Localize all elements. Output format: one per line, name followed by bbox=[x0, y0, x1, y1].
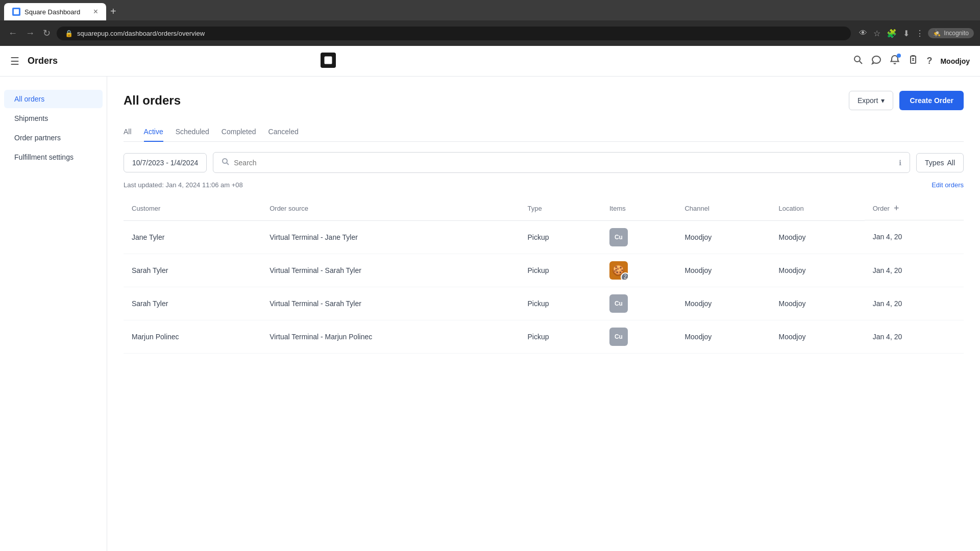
sidebar-item-order-partners[interactable]: Order partners bbox=[4, 129, 103, 147]
svg-rect-0 bbox=[14, 9, 19, 14]
notification-icon[interactable] bbox=[890, 55, 900, 67]
cell-order-source: Virtual Terminal - Marjun Polinec bbox=[261, 320, 519, 353]
tab-completed[interactable]: Completed bbox=[222, 122, 256, 142]
add-column-button[interactable]: + bbox=[892, 203, 901, 214]
tab-title: Square Dashboard bbox=[24, 8, 89, 16]
sidebar-item-all-orders[interactable]: All orders bbox=[4, 90, 103, 108]
address-bar[interactable]: 🔒 squarepup.com/dashboard/orders/overvie… bbox=[57, 27, 851, 40]
orders-table-body: Jane Tyler Virtual Terminal - Jane Tyler… bbox=[124, 220, 964, 353]
extension-icon[interactable]: 🧩 bbox=[887, 29, 897, 38]
star-icon[interactable]: ☆ bbox=[873, 29, 880, 38]
orders-table: Customer Order source Type Items Channel… bbox=[124, 197, 964, 354]
types-filter[interactable]: Types All bbox=[916, 153, 964, 172]
browser-chrome: Square Dashboard × + ← → ↻ 🔒 squarepup.c… bbox=[0, 0, 980, 46]
tab-all[interactable]: All bbox=[124, 122, 132, 142]
date-range-filter[interactable]: 10/7/2023 - 1/4/2024 bbox=[124, 153, 207, 172]
app-title: Orders bbox=[28, 56, 58, 66]
cell-items: Cu bbox=[601, 220, 676, 254]
cell-location: Moodjoy bbox=[771, 287, 865, 320]
browser-nav-icons: 👁 ☆ 🧩 ⬇ ⋮ bbox=[859, 29, 924, 38]
square-logo bbox=[321, 53, 336, 69]
cell-channel: Moodjoy bbox=[676, 320, 770, 353]
app-header: ☰ Orders ? Moodjoy bbox=[0, 46, 980, 77]
cell-items: Cu bbox=[601, 287, 676, 320]
cell-channel: Moodjoy bbox=[676, 220, 770, 254]
header-icons: ? Moodjoy bbox=[853, 55, 970, 67]
hamburger-menu-icon[interactable]: ☰ bbox=[10, 55, 19, 67]
info-icon: ℹ bbox=[899, 159, 901, 167]
forward-btn[interactable]: → bbox=[23, 26, 37, 41]
clipboard-icon[interactable] bbox=[908, 55, 918, 67]
create-order-button[interactable]: Create Order bbox=[899, 91, 964, 110]
cell-order-source: Virtual Terminal - Sarah Tyler bbox=[261, 287, 519, 320]
search-icon bbox=[222, 158, 230, 167]
tab-bar: Square Dashboard × + bbox=[0, 0, 980, 20]
search-filter[interactable]: ℹ bbox=[213, 152, 910, 173]
cell-order-date: Jan 4, 20 bbox=[865, 254, 964, 287]
user-name[interactable]: Moodjoy bbox=[940, 57, 970, 65]
nav-bar: ← → ↻ 🔒 squarepup.com/dashboard/orders/o… bbox=[0, 20, 980, 46]
cell-customer: Sarah Tyler bbox=[124, 254, 261, 287]
sidebar-item-order-partners-label: Order partners bbox=[14, 134, 61, 142]
table-row[interactable]: Sarah Tyler Virtual Terminal - Sarah Tyl… bbox=[124, 254, 964, 287]
cell-type: Pickup bbox=[519, 220, 601, 254]
tab-close-btn[interactable]: × bbox=[93, 7, 98, 16]
export-button[interactable]: Export ▾ bbox=[849, 91, 893, 110]
edit-orders-link[interactable]: Edit orders bbox=[932, 181, 964, 189]
tab-active[interactable]: Active bbox=[144, 122, 163, 142]
svg-point-3 bbox=[854, 56, 860, 62]
sidebar-item-shipments-label: Shipments bbox=[14, 114, 48, 122]
orders-table-container: Customer Order source Type Items Channel… bbox=[124, 197, 964, 354]
status-bar: Last updated: Jan 4, 2024 11:06 am +08 E… bbox=[124, 181, 964, 189]
cell-order-date: Jan 4, 20 bbox=[865, 320, 964, 353]
url-display: squarepup.com/dashboard/orders/overview bbox=[77, 30, 843, 37]
cell-customer: Jane Tyler bbox=[124, 220, 261, 254]
chat-icon[interactable] bbox=[871, 55, 881, 67]
tab-scheduled[interactable]: Scheduled bbox=[176, 122, 209, 142]
cell-location: Moodjoy bbox=[771, 220, 865, 254]
eye-off-icon: 👁 bbox=[859, 29, 867, 38]
col-channel: Channel bbox=[676, 197, 770, 220]
back-btn[interactable]: ← bbox=[6, 26, 19, 41]
cell-customer: Marjun Polinec bbox=[124, 320, 261, 353]
table-row[interactable]: Marjun Polinec Virtual Terminal - Marjun… bbox=[124, 320, 964, 353]
item-avatar: Cu bbox=[609, 228, 628, 246]
svg-rect-2 bbox=[324, 57, 332, 64]
table-row[interactable]: Sarah Tyler Virtual Terminal - Sarah Tyl… bbox=[124, 287, 964, 320]
col-order: Order + bbox=[865, 197, 964, 220]
new-tab-btn[interactable]: + bbox=[110, 6, 116, 20]
help-icon[interactable]: ? bbox=[926, 56, 932, 66]
browser-tab-active[interactable]: Square Dashboard × bbox=[4, 3, 106, 20]
sidebar-item-fulfillment-settings-label: Fulfillment settings bbox=[14, 153, 74, 161]
page-title: All orders bbox=[124, 93, 181, 108]
tabs: All Active Scheduled Completed Canceled bbox=[124, 122, 964, 142]
cell-order-date: Jan 4, 20 bbox=[865, 220, 964, 254]
cell-order-source: Virtual Terminal - Jane Tyler bbox=[261, 220, 519, 254]
sidebar: All orders Shipments Order partners Fulf… bbox=[0, 77, 107, 551]
table-row[interactable]: Jane Tyler Virtual Terminal - Jane Tyler… bbox=[124, 220, 964, 254]
last-updated-text: Last updated: Jan 4, 2024 11:06 am +08 bbox=[124, 181, 243, 189]
browser-menu-icon[interactable]: ⋮ bbox=[916, 29, 924, 38]
search-input[interactable] bbox=[234, 159, 895, 167]
refresh-btn[interactable]: ↻ bbox=[41, 26, 53, 41]
cell-channel: Moodjoy bbox=[676, 254, 770, 287]
download-icon[interactable]: ⬇ bbox=[903, 29, 910, 38]
cell-items: 🍪 2 bbox=[601, 254, 676, 287]
col-location: Location bbox=[771, 197, 865, 220]
tab-favicon bbox=[12, 8, 20, 16]
tab-canceled[interactable]: Canceled bbox=[268, 122, 299, 142]
item-avatar: Cu bbox=[609, 294, 628, 313]
sidebar-item-all-orders-label: All orders bbox=[14, 95, 44, 103]
cell-channel: Moodjoy bbox=[676, 287, 770, 320]
sidebar-item-fulfillment-settings[interactable]: Fulfillment settings bbox=[4, 148, 103, 166]
app-body: All orders Shipments Order partners Fulf… bbox=[0, 77, 980, 551]
cell-order-date: Jan 4, 20 bbox=[865, 287, 964, 320]
search-icon[interactable] bbox=[853, 55, 863, 67]
item-badge: 2 bbox=[621, 272, 628, 280]
cell-location: Moodjoy bbox=[771, 254, 865, 287]
cell-order-source: Virtual Terminal - Sarah Tyler bbox=[261, 254, 519, 287]
sidebar-item-shipments[interactable]: Shipments bbox=[4, 109, 103, 128]
header-actions: Export ▾ Create Order bbox=[849, 91, 964, 110]
export-label: Export bbox=[857, 96, 878, 105]
col-customer: Customer bbox=[124, 197, 261, 220]
